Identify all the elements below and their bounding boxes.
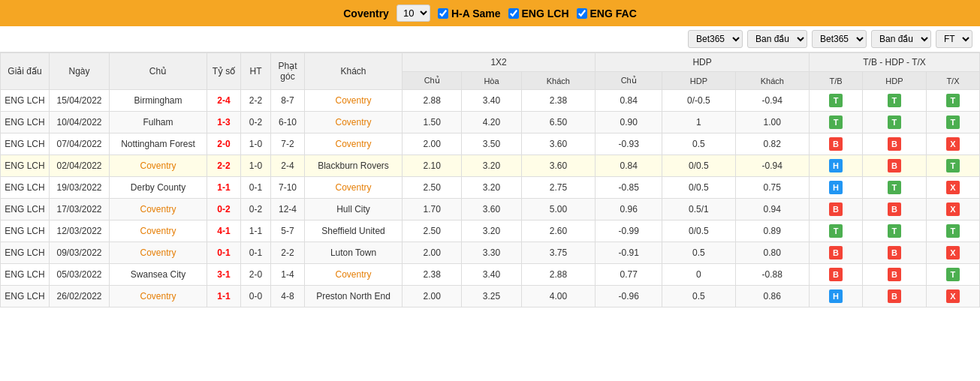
table-row: ENG LCH09/03/2022Coventry0-10-12-2Luton … (1, 242, 980, 264)
eng-fac-checkbox[interactable] (577, 8, 587, 19)
result-badge: T (888, 224, 901, 238)
team-link[interactable]: Coventry (140, 204, 176, 214)
ban-dau-select-2[interactable]: Ban đầu (871, 30, 931, 48)
score: 2-0 (217, 139, 230, 149)
badge-cell: T (926, 155, 979, 177)
badge-cell: X (926, 134, 979, 155)
col-ht: HT (241, 53, 271, 90)
score: 1-3 (217, 117, 230, 128)
team-link[interactable]: Coventry (335, 117, 371, 128)
badge-cell: T (926, 112, 979, 134)
col-hoa: Hòa (462, 72, 521, 90)
eng-fac-label: ENG FAC (577, 8, 637, 20)
badge-cell: T (926, 90, 979, 112)
badge-cell: X (926, 242, 979, 264)
score-cell: 1-3 (207, 112, 241, 134)
ban-dau-select-1[interactable]: Ban đầu (747, 30, 807, 48)
badge-cell: B (810, 199, 863, 220)
badge-cell: T (926, 220, 979, 242)
team-link[interactable]: Coventry (335, 269, 371, 280)
bet365-select-1[interactable]: Bet365 (688, 30, 743, 48)
score: 1-1 (217, 291, 230, 302)
result-badge: X (946, 137, 960, 151)
ha-same-checkbox[interactable] (438, 8, 448, 19)
score-cell: 3-1 (207, 264, 241, 286)
table-row: ENG LCH07/04/2022Nottingham Forest2-01-0… (1, 134, 980, 155)
result-badge: H (829, 181, 843, 194)
table-row: ENG LCH10/04/2022Fulham1-30-26-10Coventr… (1, 112, 980, 134)
col-phatgoc: Phạt góc (271, 53, 305, 90)
score: 1-1 (217, 182, 230, 193)
badge-cell: T (926, 264, 979, 286)
table-row: ENG LCH17/03/2022Coventry0-20-212-4Hull … (1, 199, 980, 220)
team-link[interactable]: Coventry (335, 139, 371, 149)
col-group-hdp: HDP (596, 53, 810, 72)
result-badge: B (888, 159, 901, 172)
score-cell: 0-1 (207, 242, 241, 264)
score: 0-2 (217, 204, 230, 214)
ha-same-label: H-A Same (438, 8, 501, 20)
result-badge: T (888, 181, 901, 194)
table-row: ENG LCH26/02/2022Coventry1-10-04-8Presto… (1, 286, 980, 308)
col-giaidau: Giải đấu (1, 53, 50, 90)
eng-lch-checkbox[interactable] (508, 8, 519, 19)
result-badge: B (888, 137, 901, 151)
result-badge: B (829, 268, 843, 281)
col-khach3: Khách (735, 72, 810, 90)
table-row: ENG LCH19/03/2022Derby County1-10-17-10C… (1, 177, 980, 199)
badge-cell: T (810, 220, 863, 242)
result-badge: B (888, 246, 901, 260)
badge-cell: T (863, 112, 927, 134)
result-badge: X (946, 290, 960, 303)
col-tx: T/X (926, 72, 979, 90)
col-tyso: Tỷ số (207, 53, 241, 90)
badge-cell: B (810, 242, 863, 264)
badge-cell: H (810, 286, 863, 308)
team-link[interactable]: Coventry (140, 226, 176, 236)
col-group-1x2: 1X2 (403, 53, 596, 72)
team-link[interactable]: Coventry (335, 182, 371, 193)
ft-select[interactable]: FT (936, 30, 972, 48)
team-name: Coventry (343, 8, 389, 20)
badge-cell: B (863, 134, 927, 155)
score: 2-4 (217, 95, 230, 106)
eng-lch-label: ENG LCH (508, 8, 569, 20)
col-hdp: HDP (662, 72, 735, 90)
col-hdp2: HDP (863, 72, 927, 90)
team-link[interactable]: Coventry (140, 248, 176, 258)
filter-bar: Bet365 Ban đầu Bet365 Ban đầu FT (0, 26, 980, 52)
header-bar: Coventry 10 20 30 H-A Same ENG LCH ENG F… (0, 0, 980, 26)
result-badge: B (888, 290, 901, 303)
col-chu: Chủ (110, 53, 207, 90)
badge-cell: B (863, 199, 927, 220)
badge-cell: H (810, 155, 863, 177)
result-badge: T (888, 94, 901, 107)
team-link[interactable]: Coventry (140, 160, 176, 171)
badge-cell: H (810, 177, 863, 199)
result-badge: B (829, 137, 843, 151)
result-badge: T (829, 224, 843, 238)
team-link[interactable]: Coventry (140, 291, 176, 302)
score-cell: 2-4 (207, 90, 241, 112)
badge-cell: T (863, 220, 927, 242)
badge-cell: T (863, 90, 927, 112)
main-header-row: Giải đấu Ngày Chủ Tỷ số HT Phạt góc Khác… (1, 53, 980, 72)
badge-cell: B (810, 134, 863, 155)
result-badge: X (946, 246, 960, 260)
badge-cell: X (926, 199, 979, 220)
result-badge: T (829, 116, 843, 129)
score-cell: 0-2 (207, 199, 241, 220)
result-badge: B (829, 202, 843, 216)
result-badge: T (888, 116, 901, 129)
result-badge: H (829, 290, 843, 303)
count-select[interactable]: 10 20 30 (397, 4, 430, 22)
badge-cell: T (810, 90, 863, 112)
col-chu3: Chủ (596, 72, 662, 90)
result-badge: T (946, 94, 960, 107)
bet365-select-2[interactable]: Bet365 (812, 30, 867, 48)
matches-table: Giải đấu Ngày Chủ Tỷ số HT Phạt góc Khác… (0, 52, 980, 308)
result-badge: X (946, 202, 960, 216)
team-link[interactable]: Coventry (335, 95, 371, 106)
table-body: ENG LCH15/04/2022Birmingham2-42-28-7Cove… (1, 90, 980, 308)
result-badge: B (888, 268, 901, 281)
